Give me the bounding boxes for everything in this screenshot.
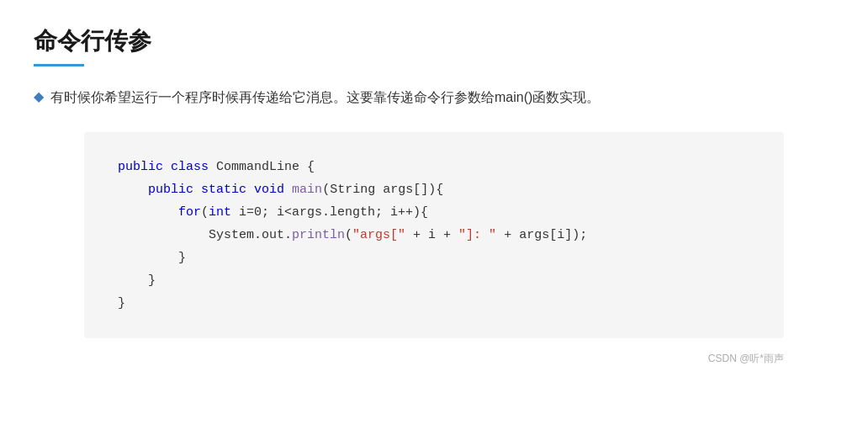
code-container: public class CommandLine { public static… [84,132,784,338]
description-text: 有时候你希望运行一个程序时候再传递给它消息。这要靠传递命令行参数给main()函… [50,87,600,109]
page-title: 命令行传参 [34,25,834,57]
diamond-icon: ◆ [34,88,44,104]
title-underline [34,64,84,66]
footer: CSDN @听*雨声 [34,352,834,366]
description-block: ◆ 有时候你希望运行一个程序时候再传递给它消息。这要靠传递命令行参数给main(… [34,87,834,109]
title-section: 命令行传参 [34,25,834,66]
code-block: public class CommandLine { public static… [118,156,750,315]
